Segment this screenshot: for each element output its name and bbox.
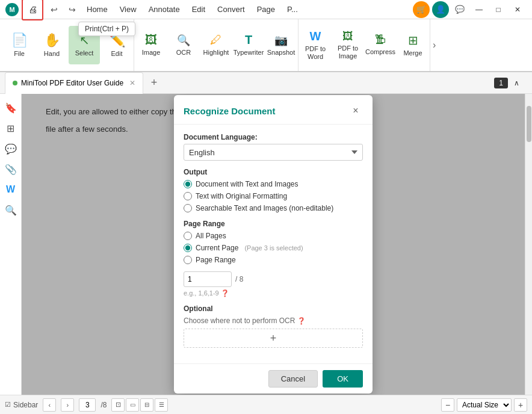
sidebar-thumbnail-button[interactable]: ⊞ [2,119,20,137]
page-range-custom[interactable]: Page Range [184,256,363,264]
zoom-select[interactable]: Actual Size 50% 75% 100% 125% 150% [457,398,512,412]
two-page-button[interactable]: ⊟ [140,398,153,412]
output-radio-text[interactable] [184,192,192,200]
output-radio-group: Document with Text and Images Text with … [184,180,363,212]
sidebar-attachment-button[interactable]: 📎 [2,160,20,178]
page-range-section-title: Page Range [184,220,363,228]
menu-more[interactable]: P... [281,0,304,19]
page-prev-button[interactable]: ‹ [43,398,56,412]
page-range-radio-current[interactable] [184,244,192,252]
page-range-radio-all[interactable] [184,232,192,240]
typewriter-icon: T [245,33,252,47]
modal-overlay: Recognize Document × Document Language: … [22,94,525,395]
page-range-radio-custom[interactable] [184,256,192,264]
main-area: 🔖 ⊞ 💬 📎 W 🔍 Edit, you are allowed to eit… [0,94,532,395]
pdf-to-image-button[interactable]: 🖼 PDF to Image [332,26,363,64]
page-total-label: / 8 [235,275,243,283]
optional-desc: Choose where not to perform OCR ❓ [184,317,363,325]
cart-icon-btn[interactable]: 🛒 [413,1,430,18]
zoom-in-button[interactable]: + [514,398,527,412]
svg-text:M: M [9,6,14,13]
tooltip-text: Print(Ctrl + P) [85,25,129,33]
sidebar-comment-button[interactable]: 💬 [2,140,20,158]
close-button[interactable]: ✕ [508,0,527,19]
title-bar-right: 🛒 👤 💬 — □ ✕ [412,0,527,19]
redo-button[interactable]: ↪ [64,1,81,18]
page-range-radio-group: All Pages Current Page (Page 3 is select… [184,232,363,264]
toolbar-row-annotate: 🖼 Image 🔍 OCR 🖊 Highlight T Typewriter 📷… [135,26,297,64]
menu-annotate[interactable]: Annotate [143,0,186,19]
print-icon: 🖨 [28,4,37,14]
zoom-out-button[interactable]: − [441,398,454,412]
page-range-current-page[interactable]: Current Page (Page 3 is selected) [184,244,363,252]
highlight-tool-button[interactable]: 🖊 Highlight [200,26,232,64]
hand-icon: ✋ [44,32,60,48]
ok-button[interactable]: OK [323,370,363,388]
sidebar-search-button[interactable]: 🔍 [2,201,20,219]
cancel-button[interactable]: Cancel [268,370,318,388]
toolbar-overflow[interactable]: › [430,19,438,71]
output-radio-searchable[interactable] [184,204,192,212]
vertical-scrollbar[interactable] [525,94,532,395]
menu-page[interactable]: Page [251,0,281,19]
snapshot-tool-button[interactable]: 📷 Snapshot [265,26,297,64]
tab-minitool-guide[interactable]: MiniTool PDF Editor User Guide ✕ [5,72,143,94]
print-button[interactable]: 🖨 [24,1,41,18]
account-icon-btn[interactable]: 👤 [432,1,449,18]
bookmark-icon: 🔖 [5,102,17,114]
tab-close-icon[interactable]: ✕ [129,79,135,87]
sidebar-checkbox-icon: ☑ [5,401,11,409]
page-next-button[interactable]: › [61,398,74,412]
output-option-doc-text-images[interactable]: Document with Text and Images [184,180,363,188]
menu-home[interactable]: Home [81,0,114,19]
modal-close-button[interactable]: × [348,104,363,118]
ocr-tool-button[interactable]: 🔍 OCR [168,26,199,64]
maximize-button[interactable]: □ [489,0,508,19]
chat-icon-btn[interactable]: 💬 [451,1,468,18]
tab-bar: MiniTool PDF Editor User Guide ✕ + 1 ∧ [0,72,532,94]
minimize-button[interactable]: — [469,0,489,19]
output-radio-doc[interactable] [184,180,192,188]
scroll-button[interactable]: ☰ [155,398,168,412]
comment-icon: 💬 [5,143,17,155]
tab-add-button[interactable]: + [146,75,162,91]
pdf-to-word-button[interactable]: W PDF to Word [300,26,331,64]
image-tool-button[interactable]: 🖼 Image [135,26,167,64]
merge-button[interactable]: ⊞ Merge [397,26,428,64]
select-label: Select [75,49,94,57]
hand-tool-button[interactable]: ✋ Hand [36,26,67,64]
tab-page-indicator: 1 ∧ [494,77,527,89]
language-select[interactable]: English French German Spanish Chinese [184,144,363,161]
optional-section-title: Optional [184,304,363,313]
page-range-input-field[interactable] [184,271,232,287]
optional-section: Optional Choose where not to perform OCR… [184,304,363,348]
typewriter-tool-button[interactable]: T Typewriter [233,26,264,64]
scrollbar-thumb[interactable] [527,106,531,142]
menu-view[interactable]: View [114,0,143,19]
optional-add-button[interactable]: + [184,329,363,348]
compress-button[interactable]: 🗜 Compress [365,26,396,64]
output-option-text-original[interactable]: Text with Original Formatting [184,192,363,200]
page-hint-text: e.g., 1,6,1-9 [184,289,219,297]
sidebar-bookmark-button[interactable]: 🔖 [2,99,20,117]
sidebar-toggle[interactable]: ☑ Sidebar [5,401,38,409]
toolbar-section-convert: W PDF to Word 🖼 PDF to Image 🗜 Compress … [298,19,430,71]
output-option-searchable[interactable]: Searchable Text and Images (non-editable… [184,204,363,212]
menu-edit[interactable]: Edit [186,0,211,19]
sidebar-word-button[interactable]: W [2,181,20,199]
page-collapse-button[interactable]: ∧ [510,77,522,89]
optional-help-icon[interactable]: ❓ [297,317,306,325]
ocr-icon: 🔍 [177,34,190,47]
fit-page-button[interactable]: ⊡ [111,398,125,412]
menu-convert[interactable]: Convert [211,0,251,19]
undo-button[interactable]: ↩ [46,1,63,18]
page-range-all-pages[interactable]: All Pages [184,232,363,240]
single-page-button[interactable]: ▭ [126,398,139,412]
page-range-hint: e.g., 1,6,1-9 ❓ [184,289,363,297]
page-hint-help-icon[interactable]: ❓ [221,289,229,297]
file-tool-button[interactable]: 📄 File [4,26,35,64]
status-bar: ☑ Sidebar ‹ › /8 ⊡ ▭ ⊟ ☰ − Actual Size 5… [0,395,532,414]
pdf-to-image-label: PDF to Image [333,45,362,60]
page-current-input[interactable] [79,398,96,412]
undo-redo-group: ↩ ↪ [46,1,81,18]
